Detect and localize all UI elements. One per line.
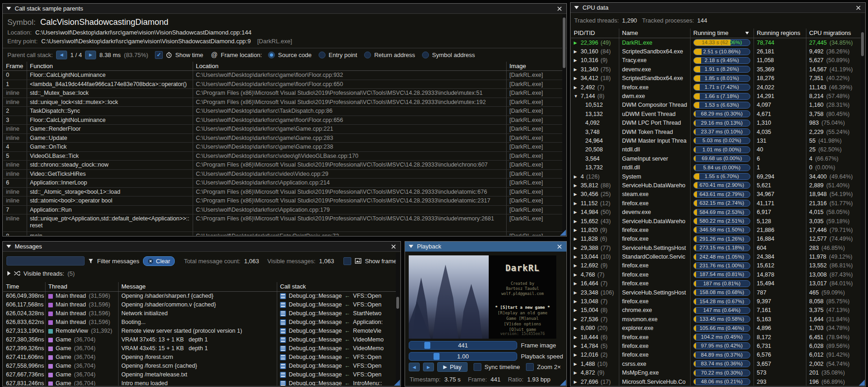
expand-tree-icon[interactable]: ▶ (574, 219, 578, 224)
expand-tree-icon[interactable]: ▶ (574, 210, 578, 214)
callstack-column-header[interactable]: Call stack (277, 282, 396, 291)
cpu-process-row[interactable]: ▶1,488(10)csrss.exe83.74 ms (0.36%)3,657… (571, 359, 861, 368)
message-callstack-cell[interactable]: DebugLog::Message←VideoMemo (277, 344, 396, 353)
cpu-thread-row[interactable]: 3,748DWM Token Thread23.37 ms (0.10%)4,0… (571, 127, 861, 136)
cpu-process-row[interactable]: ▶34,412(18)ScriptedSandbox64.exe1.85 s (… (571, 74, 861, 83)
radio-return-address[interactable] (364, 52, 371, 58)
callstack-row[interactable]: 3Floor::CalcLightNoLuminanceC:\Users\wol… (3, 116, 566, 125)
cpu-scrollbar-thumb[interactable] (861, 32, 864, 56)
expand-tree-icon[interactable]: ▶ (574, 344, 578, 348)
callstack-row[interactable]: 6Application::InnerLoopC:\Users\wolf\Des… (3, 179, 566, 188)
name-column-header[interactable]: Name (619, 29, 691, 38)
expand-tree-icon[interactable]: ▶ (574, 237, 578, 241)
cpu-process-row[interactable]: ▼7,144(8)dwm.exe1.66 s (7.18%)14,2918,21… (571, 92, 861, 100)
cpu-scrollbar[interactable] (861, 14, 864, 384)
resize-grip[interactable] (859, 380, 865, 386)
callstack-scrollbar[interactable] (562, 15, 566, 234)
message-callstack-cell[interactable]: DebugLog::Message←StartNetwo (277, 309, 396, 318)
callstack-row[interactable]: 1<lambda_84a19dc444fae966ca174e83e708bdc… (3, 80, 566, 89)
location-column-header[interactable]: Location (193, 62, 507, 70)
playback-panel-titlebar[interactable]: Playback (405, 242, 566, 252)
callstack-list-icon[interactable] (280, 302, 286, 308)
callstack-list-icon[interactable] (280, 354, 286, 360)
cpu-process-row[interactable]: ▶27,696(17)Microsoft.ServiceHub.Co48.06 … (571, 377, 861, 386)
resize-grip[interactable] (560, 380, 566, 386)
expand-threads-icon[interactable] (7, 271, 11, 276)
sync-timeline-label[interactable]: Sync timeline (485, 364, 520, 370)
cpu-thread-row[interactable]: 13,132uDWM Event Thread68.29 ms (0.30%)4… (571, 110, 861, 118)
callstack-list-icon[interactable] (280, 328, 286, 334)
cpu-thread-row[interactable]: 24,964DWM Master Input Threa5.03 ms (0.0… (571, 136, 861, 145)
expand-tree-icon[interactable]: ▶ (574, 201, 578, 206)
callstack-row[interactable]: inlinestd::atomic<bool>::operator boolC:… (3, 196, 566, 206)
expand-tree-icon[interactable]: ▶ (574, 192, 578, 196)
zoom-2x-label[interactable]: Zoom 2× (537, 364, 561, 370)
collapse-icon[interactable] (6, 245, 11, 248)
callstack-list-icon[interactable] (280, 381, 286, 386)
message-row[interactable]: 627,399,326nsGame(36,704)VRAM 43x45: 15 … (3, 344, 396, 353)
prev-callstack-button[interactable]: ◀ (56, 51, 67, 59)
callstack-row[interactable]: 2TaskDispatch::SyncC:\Users\wolf\Desktop… (3, 107, 566, 116)
cpu-process-row[interactable]: ▶30,160(84)ScriptedSandbox64.exe2.51 s (… (571, 47, 861, 56)
pid-tid-column-header[interactable]: PID/TID (571, 29, 619, 38)
cpu-process-row[interactable]: ▶4,768(7)firefox.exe187.54 ms (0.81%)14,… (571, 270, 861, 279)
message-callstack-cell[interactable]: DebugLog::Message←VFS::Open (277, 353, 396, 362)
message-column-header[interactable]: Message (119, 282, 277, 291)
callstack-row[interactable]: inlinestd::unique_ptr<Application,std::d… (3, 214, 566, 232)
expand-tree-icon[interactable]: ▶ (574, 67, 578, 72)
prev-frame-button[interactable]: ◀ (409, 363, 420, 371)
cpu-thread-row[interactable]: 13,732ntdll.dll5.84 us (0.00%)10(0.00%) (571, 163, 861, 172)
callstack-row[interactable]: inlinestd::unique_lock<std::mutex>::lock… (3, 98, 566, 107)
callstack-list-icon[interactable] (280, 363, 286, 369)
callstack-panel-titlebar[interactable]: Call stack sample parents (3, 4, 566, 14)
running-time-column-header[interactable]: Running time (691, 29, 754, 38)
cpu-process-row[interactable]: ▶12,016(2)firefox.exe84.89 ms (0.37%)6,5… (571, 351, 861, 359)
cpu-process-row[interactable]: ▶14,984(50)devenv.exe584.69 ms (2.53%)6,… (571, 208, 861, 216)
cpu-process-row[interactable]: ▶29,388(77)ServiceHub.SettingsHost273.15… (571, 243, 861, 252)
callstack-row[interactable]: 7Application::RunC:\Users\wolf\Desktop\d… (3, 206, 566, 215)
resize-grip[interactable] (560, 230, 566, 236)
next-frame-button[interactable]: ▶ (423, 363, 434, 371)
playback-speed-slider[interactable]: 1.00 (409, 352, 517, 361)
callstack-row[interactable]: inlinestd::_Atomic_storage<bool,1>::load… (3, 188, 566, 197)
expand-tree-icon[interactable]: ▶ (574, 326, 578, 330)
messages-scrollbar-thumb[interactable] (396, 297, 399, 309)
cpu-process-row[interactable]: ▶22,396(49)DarkRL.exe14.33 s (62.06%)14.… (571, 38, 861, 47)
radio-return-address-label[interactable]: Return address (374, 52, 415, 58)
message-row[interactable]: 627,667,736nsGame(36,704)Opening /meta/r… (3, 370, 396, 379)
cpu-process-row[interactable]: ▶15,652(43)ServiceHub.DataWareho580.22 m… (571, 217, 861, 225)
message-row[interactable]: 606,117,568nsMain thread(31,596)Opening … (3, 300, 396, 309)
message-row[interactable]: 627,831,246nsGame(36,704)Intro menu load… (3, 379, 396, 386)
play-button[interactable]: ▶ Play (437, 362, 468, 372)
callstack-row[interactable]: 0Floor::CalcLightNoLuminanceC:\Users\wol… (3, 71, 566, 80)
cpu-process-row[interactable]: ▶11,820(9)firefox.exe346.58 ms (1.50%)21… (571, 225, 861, 234)
show-time-label[interactable]: Show time (175, 52, 203, 58)
message-row[interactable]: 606,049,398nsMain thread(31,596)Opening … (3, 292, 396, 300)
radio-source-code-label[interactable]: Source code (278, 52, 312, 58)
expand-tree-icon[interactable]: ▶ (574, 228, 578, 232)
callstack-list-icon[interactable] (280, 319, 286, 325)
cpu-thread-row[interactable]: 4,092DWM LPC Port Thread29.16 ms (0.13%)… (571, 119, 861, 127)
cpu-process-row[interactable]: ▶13,044(10)StandardCollector.Servic242.4… (571, 252, 861, 261)
cpu-process-row[interactable]: ▶11,152(12)firefox.exe632.15 ms (2.74%)4… (571, 199, 861, 208)
cpu-process-row[interactable]: ▶14,784(5)firefox.exe97.95 ms (0.42%)6,7… (571, 341, 861, 350)
message-row[interactable]: 626,024,328nsMain thread(31,596)Network … (3, 309, 396, 318)
cpu-process-row[interactable]: ▶31,340(75)devenv.exe1.91 s (8.26%)35,36… (571, 65, 861, 74)
show-frame-label[interactable]: Show frame (365, 258, 397, 265)
cpu-thread-row[interactable]: 3,564GameInput server69.68 us (0.00%)64(… (571, 154, 861, 163)
cpu-panel-titlebar[interactable]: CPU data (571, 3, 865, 13)
zoom-2x-checkbox[interactable] (526, 363, 534, 371)
cpu-process-row[interactable]: ▶35,812(88)ServiceHub.DataWareho670.41 m… (571, 181, 861, 190)
callstack-row[interactable]: inlineVideo::GetTicksHiResC:\Users\wolf\… (3, 170, 566, 179)
close-icon[interactable] (855, 5, 862, 11)
frame-column-header[interactable]: Frame (3, 62, 27, 70)
expand-tree-icon[interactable]: ▶ (574, 290, 578, 295)
cpu-process-row[interactable]: ▶13,048(7)firefox.exe154.28 ms (0.67%)9,… (571, 297, 861, 306)
radio-entry-point-label[interactable]: Entry point (329, 52, 357, 58)
close-icon[interactable] (556, 6, 563, 12)
close-icon[interactable] (556, 243, 563, 250)
expand-tree-icon[interactable]: ▶ (574, 281, 578, 286)
radio-entry-point[interactable] (319, 52, 326, 58)
expand-tree-icon[interactable]: ▶ (574, 272, 578, 277)
callstack-row[interactable]: inlinestd::chrono::steady_clock::nowC:\P… (3, 161, 566, 170)
